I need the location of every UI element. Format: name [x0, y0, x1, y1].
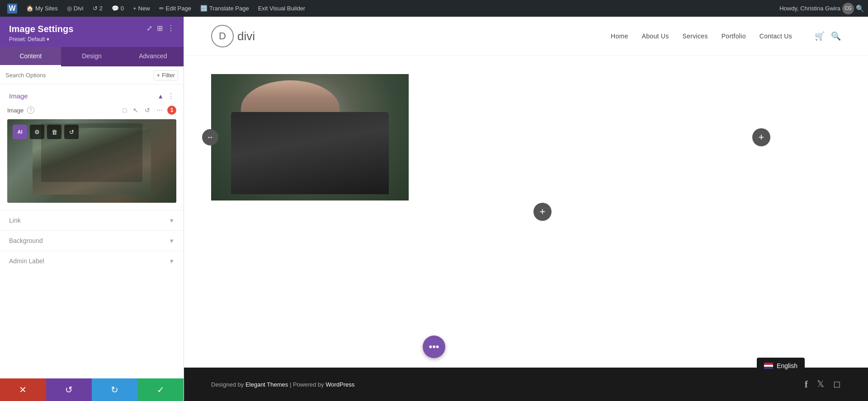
updates-count: 2 — [99, 5, 103, 12]
panel-preset[interactable]: Preset: Default ▾ — [9, 36, 73, 42]
panel-save-button[interactable]: ✓ — [138, 378, 184, 401]
resize-handle[interactable]: ↔ — [202, 129, 218, 145]
tab-design[interactable]: Design — [61, 47, 122, 66]
admin-search-icon[interactable]: 🔍 — [856, 5, 864, 13]
fab-icon: ••• — [429, 341, 439, 353]
image-field-label: Image — [7, 107, 24, 114]
site-header: D divi Home About Us Services Portfolio … — [184, 17, 868, 56]
admin-bar-exit-builder[interactable]: Exit Visual Builder — [255, 3, 309, 14]
admin-bar-wp-logo[interactable]: W — [4, 2, 21, 15]
footer-instagram-icon[interactable]: ◻ — [833, 378, 841, 390]
admin-bar-right: Howdy, Christina Gwira CG 🔍 — [779, 3, 864, 14]
nav-portfolio[interactable]: Portfolio — [722, 33, 746, 40]
search-nav-icon[interactable]: 🔍 — [831, 31, 841, 41]
fab-button[interactable]: ••• — [423, 336, 445, 358]
background-section-header[interactable]: Background ▼ — [0, 231, 184, 251]
site-logo[interactable]: D divi — [211, 25, 255, 47]
admin-bar-my-sites[interactable]: 🏠 My Sites — [23, 3, 61, 14]
nav-icons: 🛒 🔍 — [815, 31, 841, 41]
footer-facebook-icon[interactable]: f — [805, 378, 808, 390]
panel-tabs: Content Design Advanced — [0, 47, 184, 66]
image-section-chevron[interactable]: ▲ — [157, 93, 164, 100]
image-tools: □ ↖ ↺ ⋯ 1 — [121, 106, 176, 115]
panel-undo-button[interactable]: ↺ — [46, 378, 92, 401]
logo-text: divi — [237, 29, 255, 43]
background-chevron[interactable]: ▼ — [169, 238, 175, 244]
add-content-button[interactable]: + — [752, 128, 770, 146]
admin-bar-edit-page[interactable]: ✏ Edit Page — [156, 3, 195, 14]
image-section-header[interactable]: Image ▲ ⋮ — [0, 84, 184, 106]
background-section-title: Background — [9, 237, 43, 244]
floating-add-button[interactable]: + — [533, 203, 552, 221]
flag-icon — [764, 363, 773, 369]
admin-bar-divi[interactable]: ◎ Divi — [63, 3, 87, 14]
image-section: Image ▲ ⋮ Image ? □ ↖ ↺ — [0, 84, 184, 210]
link-section-header[interactable]: Link ▼ — [0, 210, 184, 230]
image-delete-btn[interactable]: 🗑 — [47, 125, 61, 139]
language-widget[interactable]: English — [757, 358, 805, 374]
updates-icon: ↺ — [93, 5, 98, 12]
user-greeting: Howdy, Christina Gwira — [779, 5, 840, 12]
nav-about[interactable]: About Us — [642, 33, 669, 40]
image-mobile-icon[interactable]: □ — [121, 106, 128, 115]
admin-label-section-title: Admin Label — [9, 257, 44, 265]
translate-icon: 🔡 — [200, 5, 208, 12]
image-help-icon[interactable]: ? — [27, 107, 34, 114]
panel-content: Image ▲ ⋮ Image ? □ ↖ ↺ — [0, 84, 184, 378]
my-sites-label: My Sites — [35, 5, 58, 12]
image-badge: 1 — [167, 106, 176, 115]
image-settings-btn[interactable]: ⚙ — [30, 125, 44, 139]
comments-icon: 💬 — [112, 5, 119, 12]
add-icon: + — [759, 131, 764, 143]
image-undo-overlay-btn[interactable]: ↺ — [64, 125, 79, 139]
cart-icon[interactable]: 🛒 — [815, 31, 825, 41]
admin-label-section: Admin Label ▼ — [0, 251, 184, 271]
admin-label-section-header[interactable]: Admin Label ▼ — [0, 251, 184, 271]
language-label: English — [777, 362, 797, 369]
admin-bar-comments[interactable]: 💬 0 — [108, 3, 127, 14]
admin-bar-new[interactable]: + New — [129, 3, 154, 14]
image-ai-btn[interactable]: AI — [13, 125, 27, 139]
footer-social: f 𝕏 ◻ — [805, 378, 841, 390]
nav-contact[interactable]: Contact Us — [760, 33, 792, 40]
divi-label: Divi — [74, 5, 84, 12]
search-bar: + Filter — [0, 66, 184, 84]
panel-close-button[interactable]: ✕ — [0, 378, 46, 401]
footer-wordpress[interactable]: WordPress — [326, 381, 354, 388]
content-image-container: ↔ + — [211, 74, 409, 200]
panel-resize-icon[interactable]: ⤢ — [146, 24, 152, 33]
filter-button[interactable]: + Filter — [154, 70, 178, 80]
link-chevron[interactable]: ▼ — [169, 217, 175, 224]
tab-advanced[interactable]: Advanced — [123, 47, 184, 66]
image-cursor-icon[interactable]: ↖ — [131, 106, 140, 115]
tab-content[interactable]: Content — [0, 47, 61, 66]
admin-bar-translate[interactable]: 🔡 Translate Page — [197, 3, 253, 14]
image-undo-icon[interactable]: ↺ — [143, 106, 152, 115]
admin-label-chevron[interactable]: ▼ — [169, 258, 175, 265]
image-preview-wrap: AI ⚙ 🗑 ↺ — [7, 119, 176, 203]
filter-icon: + — [157, 72, 160, 79]
site-nav: Home About Us Services Portfolio Contact… — [611, 31, 841, 41]
image-more-icon[interactable]: ⋯ — [155, 106, 165, 115]
nav-services[interactable]: Services — [683, 33, 708, 40]
panel-more-icon[interactable]: ⋮ — [167, 24, 175, 33]
image-section-more[interactable]: ⋮ — [167, 92, 175, 100]
logo-circle: D — [211, 25, 234, 47]
exit-builder-label: Exit Visual Builder — [258, 5, 306, 12]
link-section-title: Link — [9, 217, 21, 224]
nav-home[interactable]: Home — [611, 33, 628, 40]
footer-designed-by: Designed by — [211, 381, 245, 388]
footer-text: Designed by Elegant Themes | Powered by … — [211, 381, 805, 388]
image-overlay-tools: AI ⚙ 🗑 ↺ — [13, 125, 79, 139]
image-label-row: Image ? □ ↖ ↺ ⋯ 1 — [7, 106, 176, 115]
search-input[interactable] — [5, 72, 150, 79]
main-content: D divi Home About Us Services Portfolio … — [184, 17, 868, 401]
user-avatar[interactable]: CG — [842, 3, 854, 14]
panel-grid-icon[interactable]: ⊞ — [157, 24, 163, 33]
footer-twitter-icon[interactable]: 𝕏 — [817, 378, 824, 390]
panel-title: Image Settings — [9, 24, 73, 34]
panel-redo-button[interactable]: ↻ — [92, 378, 138, 401]
admin-bar-updates[interactable]: ↺ 2 — [89, 3, 106, 14]
comments-count: 0 — [121, 5, 124, 12]
footer-elegant-themes[interactable]: Elegant Themes — [245, 381, 288, 388]
